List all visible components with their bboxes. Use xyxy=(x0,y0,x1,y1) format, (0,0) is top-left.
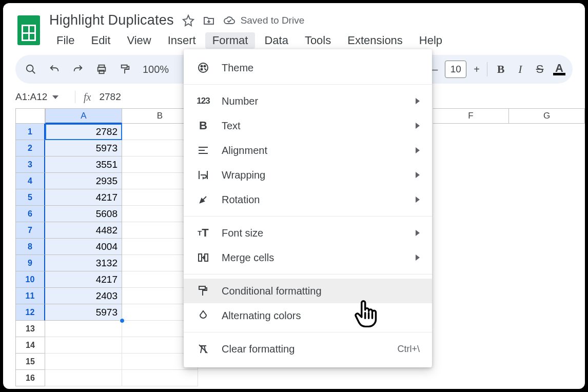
row-header[interactable]: 16 xyxy=(15,370,45,386)
fontsize-icon: TT xyxy=(196,226,210,240)
cell[interactable]: 5608 xyxy=(45,206,122,222)
menu-edit[interactable]: Edit xyxy=(84,32,117,49)
cell[interactable]: 2935 xyxy=(45,173,122,189)
text-color-button[interactable]: A xyxy=(553,63,565,75)
cell[interactable]: 3132 xyxy=(45,255,122,271)
name-box[interactable]: A1:A12 xyxy=(15,91,67,103)
italic-button[interactable]: I xyxy=(514,63,526,75)
menu-item-label: Clear formatting xyxy=(222,343,295,355)
menu-separator xyxy=(184,332,432,332)
menu-view[interactable]: View xyxy=(120,32,158,49)
menu-help[interactable]: Help xyxy=(412,32,449,49)
fx-icon: fx xyxy=(84,91,91,103)
menu-separator xyxy=(184,216,432,217)
column-header-F[interactable]: F xyxy=(433,108,509,124)
svg-point-7 xyxy=(204,66,206,67)
menu-item-label: Rotation xyxy=(222,194,260,206)
row-header[interactable]: 9 xyxy=(15,255,45,271)
move-folder-icon[interactable] xyxy=(203,14,215,27)
svg-point-6 xyxy=(201,66,203,67)
cell[interactable] xyxy=(45,321,122,337)
row-header[interactable]: 11 xyxy=(15,288,45,304)
cell[interactable] xyxy=(45,370,122,386)
menu-item-merge-cells[interactable]: Merge cells xyxy=(184,245,432,270)
cell[interactable] xyxy=(122,370,198,386)
row-header[interactable]: 13 xyxy=(15,321,45,337)
menu-item-wrapping[interactable]: Wrapping xyxy=(184,163,432,187)
menu-item-font-size[interactable]: TTFont size xyxy=(184,221,432,245)
menu-extensions[interactable]: Extensions xyxy=(340,32,410,49)
row-header[interactable]: 6 xyxy=(15,206,45,222)
row-header[interactable]: 15 xyxy=(15,354,45,370)
menu-item-theme[interactable]: Theme xyxy=(184,55,432,80)
align-icon xyxy=(196,143,210,158)
bold-button[interactable]: B xyxy=(495,63,507,75)
cell[interactable]: 4482 xyxy=(45,222,122,239)
menu-data[interactable]: Data xyxy=(257,32,295,49)
cell[interactable]: 5973 xyxy=(45,304,122,321)
text-icon: B xyxy=(196,119,210,133)
sheets-logo[interactable] xyxy=(17,15,40,45)
cell[interactable]: 4217 xyxy=(45,271,122,288)
cell[interactable]: 2403 xyxy=(45,288,122,304)
condfmt-icon xyxy=(196,284,210,298)
menu-item-conditional-formatting[interactable]: Conditional formatting xyxy=(184,279,432,303)
select-all-corner[interactable] xyxy=(15,108,45,124)
undo-icon[interactable] xyxy=(48,63,61,75)
menu-tools[interactable]: Tools xyxy=(298,32,338,49)
column-header-G[interactable]: G xyxy=(509,108,585,124)
menu-format[interactable]: Format xyxy=(205,32,256,49)
row-header[interactable]: 1 xyxy=(15,124,45,140)
print-icon[interactable] xyxy=(95,63,108,75)
menu-item-rotation[interactable]: Rotation xyxy=(184,187,432,212)
menu-file[interactable]: File xyxy=(49,32,82,49)
menu-item-alternating-colors[interactable]: Alternating colors xyxy=(184,303,432,328)
fontsize-inc-icon[interactable]: + xyxy=(474,64,480,75)
menu-item-text[interactable]: BText xyxy=(184,113,432,138)
menu-separator xyxy=(184,274,432,275)
cell[interactable]: 2782 xyxy=(45,124,122,140)
cell[interactable]: 4217 xyxy=(45,189,122,206)
paint-format-icon[interactable] xyxy=(119,63,131,75)
cell[interactable] xyxy=(45,354,122,370)
selection-handle[interactable] xyxy=(120,318,125,323)
formula-bar-value[interactable]: 2782 xyxy=(99,91,121,103)
column-header-A[interactable]: A xyxy=(45,108,122,124)
rotate-icon xyxy=(196,192,210,207)
submenu-arrow-icon xyxy=(416,172,420,178)
cell[interactable]: 4004 xyxy=(45,239,122,255)
redo-icon[interactable] xyxy=(72,63,84,75)
row-header[interactable]: 14 xyxy=(15,337,45,354)
cell[interactable]: 5973 xyxy=(45,140,122,156)
cell[interactable] xyxy=(45,337,122,354)
separator xyxy=(75,91,75,103)
menu-item-number[interactable]: 123Number xyxy=(184,89,432,113)
menu-item-label: Wrapping xyxy=(222,169,265,181)
star-icon[interactable] xyxy=(182,14,194,27)
document-title[interactable]: Highlight Duplicates xyxy=(49,12,174,28)
menu-item-label: Number xyxy=(222,95,258,107)
row-header[interactable]: 10 xyxy=(15,271,45,288)
menu-insert[interactable]: Insert xyxy=(161,32,203,49)
search-icon[interactable] xyxy=(25,63,37,75)
row-header[interactable]: 2 xyxy=(15,140,45,156)
menu-item-alignment[interactable]: Alignment xyxy=(184,138,432,163)
fontsize-dec-icon[interactable]: – xyxy=(432,64,438,75)
wrap-icon xyxy=(196,168,210,182)
zoom-level[interactable]: 100% xyxy=(143,64,169,75)
menu-item-label: Font size xyxy=(222,227,263,239)
menu-item-label: Merge cells xyxy=(222,252,274,264)
menu-item-clear-formatting[interactable]: Clear formattingCtrl+\ xyxy=(184,337,432,361)
row-header[interactable]: 12 xyxy=(15,304,45,321)
row-header[interactable]: 5 xyxy=(15,189,45,206)
clearfmt-icon xyxy=(196,342,210,356)
strikethrough-button[interactable]: S xyxy=(534,63,546,75)
cell[interactable]: 3551 xyxy=(45,156,122,173)
fontsize-input[interactable]: 10 xyxy=(445,61,466,78)
menu-item-label: Alternating colors xyxy=(222,310,301,322)
row-header[interactable]: 7 xyxy=(15,222,45,239)
row-header[interactable]: 3 xyxy=(15,156,45,173)
merge-icon xyxy=(196,250,210,265)
row-header[interactable]: 4 xyxy=(15,173,45,189)
row-header[interactable]: 8 xyxy=(15,239,45,255)
